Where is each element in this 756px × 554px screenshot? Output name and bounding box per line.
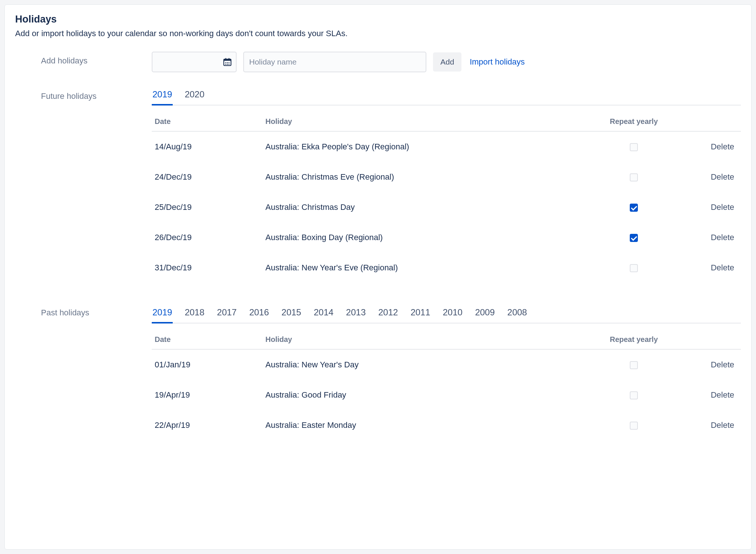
year-tab-2017[interactable]: 2017 <box>216 305 237 323</box>
future-holidays-label: Future holidays <box>15 87 152 101</box>
future-holidays-table: Date Holiday Repeat yearly 14/Aug/19Aust… <box>152 113 741 283</box>
delete-link[interactable]: Delete <box>711 233 734 242</box>
delete-cell: Delete <box>674 380 741 410</box>
page-title: Holidays <box>15 14 741 25</box>
col-header-delete <box>674 331 741 349</box>
delete-link[interactable]: Delete <box>711 202 734 212</box>
repeat-yearly-cell <box>593 410 674 440</box>
holiday-name: Australia: New Year's Eve (Regional) <box>262 253 593 283</box>
year-tab-2010[interactable]: 2010 <box>442 305 463 323</box>
holiday-date: 19/Apr/19 <box>152 380 262 410</box>
table-row: 22/Apr/19Australia: Easter MondayDelete <box>152 410 741 440</box>
col-header-date: Date <box>152 113 262 131</box>
delete-link[interactable]: Delete <box>711 360 734 369</box>
year-tab-2009[interactable]: 2009 <box>474 305 495 323</box>
future-holidays-section: Future holidays 20192020 Date Holiday Re… <box>15 87 741 283</box>
delete-link[interactable]: Delete <box>711 172 734 181</box>
holiday-name: Australia: Christmas Eve (Regional) <box>262 162 593 192</box>
holiday-date: 25/Dec/19 <box>152 192 262 222</box>
holiday-date: 14/Aug/19 <box>152 131 262 162</box>
import-holidays-link[interactable]: Import holidays <box>470 57 525 67</box>
delete-cell: Delete <box>674 222 741 253</box>
year-tab-2015[interactable]: 2015 <box>281 305 302 323</box>
delete-link[interactable]: Delete <box>711 142 734 151</box>
past-holidays-table: Date Holiday Repeat yearly 01/Jan/19Aust… <box>152 331 741 440</box>
table-row: 24/Dec/19Australia: Christmas Eve (Regio… <box>152 162 741 192</box>
delete-cell: Delete <box>674 192 741 222</box>
add-holidays-label: Add holidays <box>15 52 152 66</box>
delete-link[interactable]: Delete <box>711 420 734 430</box>
year-tab-2020[interactable]: 2020 <box>184 87 205 105</box>
holiday-date: 22/Apr/19 <box>152 410 262 440</box>
holiday-name: Australia: Good Friday <box>262 380 593 410</box>
repeat-yearly-checkbox[interactable] <box>630 422 638 430</box>
holiday-date-input[interactable] <box>152 52 237 72</box>
col-header-repeat: Repeat yearly <box>593 113 674 131</box>
year-tab-2013[interactable]: 2013 <box>345 305 366 323</box>
holidays-panel: Holidays Add or import holidays to your … <box>4 4 752 550</box>
holiday-name: Australia: Ekka People's Day (Regional) <box>262 131 593 162</box>
table-row: 25/Dec/19Australia: Christmas DayDelete <box>152 192 741 222</box>
repeat-yearly-checkbox[interactable] <box>630 173 638 181</box>
repeat-yearly-cell <box>593 131 674 162</box>
delete-cell: Delete <box>674 131 741 162</box>
holiday-date: 31/Dec/19 <box>152 253 262 283</box>
delete-cell: Delete <box>674 410 741 440</box>
repeat-yearly-cell <box>593 222 674 253</box>
col-header-repeat: Repeat yearly <box>593 331 674 349</box>
past-year-tabs: 2019201820172016201520142013201220112010… <box>152 305 741 323</box>
col-header-holiday: Holiday <box>262 113 593 131</box>
repeat-yearly-checkbox[interactable] <box>630 391 638 399</box>
add-button[interactable]: Add <box>433 52 461 72</box>
holiday-name: Australia: Easter Monday <box>262 410 593 440</box>
year-tab-2008[interactable]: 2008 <box>506 305 528 323</box>
repeat-yearly-cell <box>593 253 674 283</box>
past-holidays-section: Past holidays 20192018201720162015201420… <box>15 305 741 440</box>
repeat-yearly-checkbox[interactable] <box>630 234 638 242</box>
year-tab-2019[interactable]: 2019 <box>152 305 173 323</box>
table-row: 26/Dec/19Australia: Boxing Day (Regional… <box>152 222 741 253</box>
holiday-name: Australia: New Year's Day <box>262 349 593 380</box>
add-holidays-section: Add holidays <box>15 52 741 72</box>
col-header-date: Date <box>152 331 262 349</box>
year-tab-2011[interactable]: 2011 <box>410 305 431 323</box>
repeat-yearly-checkbox[interactable] <box>630 204 638 212</box>
delete-link[interactable]: Delete <box>711 390 734 399</box>
holiday-name-input[interactable] <box>243 52 426 72</box>
col-header-holiday: Holiday <box>262 331 593 349</box>
table-row: 14/Aug/19Australia: Ekka People's Day (R… <box>152 131 741 162</box>
repeat-yearly-checkbox[interactable] <box>630 264 638 272</box>
year-tab-2019[interactable]: 2019 <box>152 87 173 105</box>
year-tab-2012[interactable]: 2012 <box>378 305 399 323</box>
year-tab-2018[interactable]: 2018 <box>184 305 205 323</box>
holiday-date: 26/Dec/19 <box>152 222 262 253</box>
table-row: 31/Dec/19Australia: New Year's Eve (Regi… <box>152 253 741 283</box>
repeat-yearly-cell <box>593 162 674 192</box>
col-header-delete <box>674 113 741 131</box>
year-tab-2016[interactable]: 2016 <box>248 305 269 323</box>
holiday-date: 01/Jan/19 <box>152 349 262 380</box>
holiday-name: Australia: Christmas Day <box>262 192 593 222</box>
past-holidays-label: Past holidays <box>15 305 152 318</box>
repeat-yearly-cell <box>593 349 674 380</box>
page-subtitle: Add or import holidays to your calendar … <box>15 29 741 38</box>
holiday-name: Australia: Boxing Day (Regional) <box>262 222 593 253</box>
future-year-tabs: 20192020 <box>152 87 741 105</box>
repeat-yearly-cell <box>593 192 674 222</box>
date-input-wrapper <box>152 52 237 72</box>
holiday-date: 24/Dec/19 <box>152 162 262 192</box>
delete-link[interactable]: Delete <box>711 263 734 272</box>
delete-cell: Delete <box>674 253 741 283</box>
table-row: 01/Jan/19Australia: New Year's DayDelete <box>152 349 741 380</box>
repeat-yearly-checkbox[interactable] <box>630 143 638 151</box>
delete-cell: Delete <box>674 349 741 380</box>
repeat-yearly-checkbox[interactable] <box>630 361 638 369</box>
repeat-yearly-cell <box>593 380 674 410</box>
table-row: 19/Apr/19Australia: Good FridayDelete <box>152 380 741 410</box>
year-tab-2014[interactable]: 2014 <box>313 305 334 323</box>
delete-cell: Delete <box>674 162 741 192</box>
